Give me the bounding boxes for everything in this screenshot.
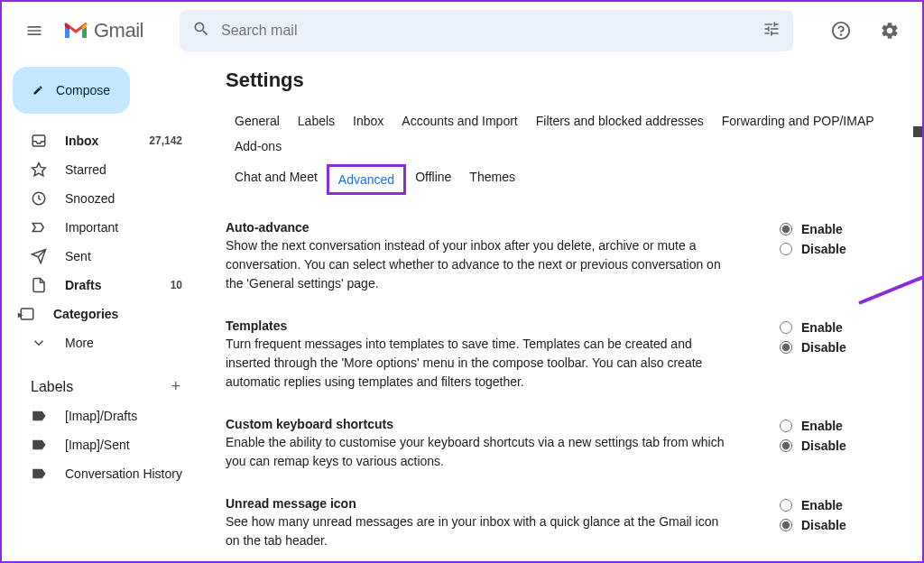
shortcuts-enable[interactable]: Enable — [780, 419, 888, 433]
sidebar-item-sent[interactable]: Sent — [13, 242, 193, 271]
tab-filters[interactable]: Filters and blocked addresses — [527, 108, 713, 134]
help-icon[interactable] — [823, 13, 859, 49]
compose-button[interactable]: Compose — [13, 67, 130, 114]
tab-themes[interactable]: Themes — [460, 164, 524, 195]
tab-general[interactable]: General — [226, 108, 289, 134]
tune-icon[interactable] — [762, 20, 781, 42]
tab-offline[interactable]: Offline — [406, 164, 460, 195]
sent-icon — [31, 248, 49, 264]
unread-icon-enable[interactable]: Enable — [780, 498, 888, 512]
setting-templates: Templates Turn frequent messages into te… — [226, 309, 906, 408]
setting-auto-advance: Auto-advance Show the next conversation … — [226, 211, 906, 309]
categories-icon — [19, 306, 37, 322]
star-icon — [31, 162, 49, 178]
gmail-icon — [63, 21, 88, 41]
labels-title: Labels — [31, 379, 73, 395]
input-tools-indicator[interactable] — [913, 126, 922, 137]
tab-addons[interactable]: Add-ons — [226, 134, 291, 159]
add-label-button[interactable]: + — [171, 377, 180, 396]
clock-icon — [31, 190, 49, 207]
settings-icon[interactable] — [872, 13, 908, 49]
label-conversation-history[interactable]: Conversation History — [13, 459, 193, 488]
search-icon — [192, 20, 210, 42]
tab-advanced[interactable]: Advanced — [327, 164, 406, 195]
draft-icon — [31, 277, 49, 293]
label-icon — [31, 437, 49, 453]
important-icon — [31, 219, 49, 235]
search-bar[interactable] — [180, 10, 793, 51]
pencil-icon — [32, 81, 43, 99]
sidebar-item-snoozed[interactable]: Snoozed — [13, 184, 193, 213]
sidebar-item-categories[interactable]: ▸ Categories — [13, 300, 193, 328]
templates-disable[interactable]: Disable — [780, 340, 888, 355]
sidebar-item-inbox[interactable]: Inbox 27,142 — [13, 126, 193, 155]
tab-forwarding[interactable]: Forwarding and POP/IMAP — [713, 108, 883, 134]
sidebar-item-starred[interactable]: Starred — [13, 155, 193, 184]
templates-enable[interactable]: Enable — [780, 320, 888, 335]
label-imap-drafts[interactable]: [Imap]/Drafts — [13, 401, 193, 430]
page-title: Settings — [226, 69, 906, 92]
main-menu-button[interactable] — [16, 13, 52, 49]
setting-custom-shortcuts: Custom keyboard shortcuts Enable the abi… — [226, 408, 906, 487]
label-imap-sent[interactable]: [Imap]/Sent — [13, 430, 193, 459]
auto-advance-enable[interactable]: Enable — [780, 222, 888, 236]
gmail-logo[interactable]: Gmail — [63, 19, 143, 42]
sidebar-item-important[interactable]: Important — [13, 213, 193, 242]
unread-icon-disable[interactable]: Disable — [780, 518, 888, 532]
svg-point-1 — [841, 34, 842, 35]
sidebar-item-drafts[interactable]: Drafts 10 — [13, 271, 193, 300]
setting-unread-icon: Unread message icon See how many unread … — [226, 487, 906, 563]
chevron-down-icon — [31, 335, 49, 351]
tab-labels[interactable]: Labels — [289, 108, 344, 134]
sidebar: Compose Inbox 27,142 Starred Snoozed Imp… — [2, 60, 200, 563]
label-icon — [31, 408, 49, 424]
app-name: Gmail — [94, 19, 143, 42]
sidebar-item-more[interactable]: More — [13, 328, 193, 357]
search-input[interactable] — [221, 23, 762, 39]
settings-panel: Settings General Labels Inbox Accounts a… — [200, 60, 922, 563]
auto-advance-disable[interactable]: Disable — [780, 242, 888, 256]
compose-label: Compose — [56, 83, 110, 97]
tab-chat[interactable]: Chat and Meet — [226, 164, 327, 195]
svg-marker-3 — [32, 163, 46, 176]
tab-accounts[interactable]: Accounts and Import — [393, 108, 526, 134]
inbox-icon — [31, 133, 49, 149]
svg-rect-5 — [21, 309, 33, 319]
tab-inbox[interactable]: Inbox — [344, 108, 393, 134]
shortcuts-disable[interactable]: Disable — [780, 438, 888, 453]
label-icon — [31, 466, 49, 482]
